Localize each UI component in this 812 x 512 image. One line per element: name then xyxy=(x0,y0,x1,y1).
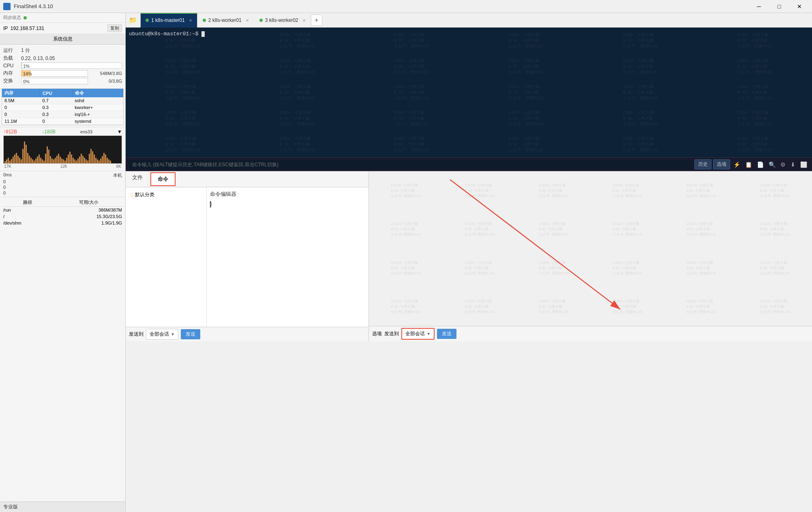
send-button-right[interactable]: 发送 xyxy=(437,329,456,339)
graph-bar xyxy=(99,161,100,163)
net-graph xyxy=(3,135,122,164)
gear-icon[interactable]: ⚙ xyxy=(779,159,787,169)
load-label: 负载 xyxy=(3,55,19,62)
tab-1-close[interactable]: ✕ xyxy=(189,18,192,23)
annotation-arrows xyxy=(369,171,812,326)
minimize-button[interactable]: ─ xyxy=(750,0,768,13)
graph-bar xyxy=(95,158,96,163)
right-panel: 📁 1 k8s-master01 ✕ 2 k8s-worker01 ✕ 3 k8… xyxy=(126,13,812,512)
proc-col-mem[interactable]: 内存 xyxy=(2,89,40,97)
paste-icon[interactable]: 📄 xyxy=(755,159,765,169)
proc-mem: 8.5M xyxy=(2,97,40,104)
history-button[interactable]: 历史 xyxy=(694,159,711,169)
graph-bar xyxy=(8,158,9,163)
editor-cursor: | xyxy=(210,201,212,208)
terminal-area[interactable]: CSDN: 七维大脑B 站: 七维大脑公众号: 肥猫PLUS CSDN: 七维大… xyxy=(126,28,812,157)
cmd-tab[interactable]: 命令 xyxy=(150,172,176,186)
disk-col-avail[interactable]: 可用/大小 xyxy=(54,199,124,207)
tab-3[interactable]: 3 k8s-worker02 ✕ xyxy=(254,13,311,28)
graph-bar xyxy=(42,159,43,163)
graph-bar xyxy=(29,156,30,163)
latency-row-1: 0 xyxy=(3,179,122,184)
graph-bar xyxy=(108,159,109,163)
cpu-progress-bar: 1% xyxy=(21,62,122,69)
proc-cpu: 0.3 xyxy=(40,104,73,111)
ip-label: IP xyxy=(3,26,8,31)
net-down: ↓180B xyxy=(42,129,56,135)
graph-bar xyxy=(77,159,79,163)
graph-bar xyxy=(55,158,56,163)
proc-cpu: 0 xyxy=(40,118,73,125)
send-button-left[interactable]: 发送 xyxy=(181,329,200,339)
options-button[interactable]: 选项 xyxy=(713,159,730,169)
titlebar: FinalShell 4.3.10 ─ □ ✕ xyxy=(0,0,812,13)
proc-col-cmd[interactable]: 命令 xyxy=(72,89,123,97)
sync-dot xyxy=(24,16,27,19)
tab-2[interactable]: 2 k8s-worker01 ✕ xyxy=(197,13,254,28)
graph-bar xyxy=(30,158,32,163)
cmd-editor: 命令编辑器 | xyxy=(207,187,369,211)
lightning-icon[interactable]: ⚡ xyxy=(732,159,742,169)
tab-2-dot xyxy=(203,19,206,22)
options-label-right: 选项 xyxy=(372,330,382,337)
mem-row: 内存 14% 548M/3.8G xyxy=(3,70,122,77)
proc-cpu: 0.7 xyxy=(40,97,73,104)
send-to-dropdown-right[interactable]: 全部会话 ▼ xyxy=(401,328,435,340)
cmd-toolbar: 历史 选项 ⚡ 📋 📄 🔍 ⚙ ⬇ ⬜ xyxy=(694,159,809,169)
proc-col-cpu[interactable]: CPU xyxy=(40,89,73,97)
net-interface[interactable]: ens33 xyxy=(80,129,92,134)
maximize-icon[interactable]: ⬜ xyxy=(799,159,809,169)
maximize-button[interactable]: □ xyxy=(770,0,788,13)
proc-mem: 0 xyxy=(2,104,40,111)
ip-value: 192.168.57.131 xyxy=(11,26,44,31)
tab-2-close[interactable]: ✕ xyxy=(246,18,249,23)
download-icon[interactable]: ⬇ xyxy=(789,159,797,169)
swap-percent: 0% xyxy=(23,78,30,85)
copy-button[interactable]: 复制 xyxy=(107,24,122,32)
net-dropdown-icon[interactable]: ▼ xyxy=(117,129,122,135)
graph-bar xyxy=(47,146,48,163)
graph-bar xyxy=(100,159,101,163)
file-tab[interactable]: 文件 xyxy=(126,171,150,187)
graph-level-17k: 17K xyxy=(4,164,11,169)
tab-3-label: 3 k8s-worker02 xyxy=(265,17,298,23)
graph-bar xyxy=(79,156,80,163)
graph-bar xyxy=(103,153,105,163)
close-button[interactable]: ✕ xyxy=(790,0,809,13)
run-time-row: 运行 1 分 xyxy=(3,47,122,54)
graph-bar xyxy=(58,154,59,163)
copy-icon[interactable]: 📋 xyxy=(743,159,754,169)
tab-1[interactable]: 1 k8s-master01 ✕ xyxy=(140,13,197,28)
search-icon[interactable]: 🔍 xyxy=(767,159,777,169)
graph-bar xyxy=(19,158,20,163)
disk-path: /dev/shm xyxy=(2,220,54,226)
terminal-watermarks: CSDN: 七维大脑B 站: 七维大脑公众号: 肥猫PLUS CSDN: 七维大… xyxy=(126,28,812,157)
table-row: 0 0.3 irq/16-+ xyxy=(2,111,123,118)
send-to-arrow-right: ▼ xyxy=(426,332,431,336)
panel-tree: □ 默认分类 xyxy=(126,187,207,327)
folder-icon[interactable]: 📁 xyxy=(127,15,139,26)
sysinfo-body: 运行 1 分 负载 0.22, 0.13, 0.05 CPU 1% 内存 xyxy=(0,45,125,87)
graph-bar xyxy=(4,161,6,163)
graph-bar xyxy=(66,158,67,163)
tab-add-button[interactable]: + xyxy=(311,15,322,26)
send-to-value-right: 全部会话 xyxy=(405,330,425,337)
graph-bar xyxy=(40,158,41,163)
graph-bar xyxy=(89,154,90,163)
proc-cmd: irq/16-+ xyxy=(72,111,123,118)
graph-bar xyxy=(24,141,25,163)
graph-bar xyxy=(21,159,22,163)
graph-bar xyxy=(90,149,92,163)
terminal-prompt: ubuntu@k8s-master01:~$ xyxy=(129,31,199,37)
default-category[interactable]: □ 默认分类 xyxy=(129,191,203,199)
disk-avail: 15.3G/23.5G xyxy=(54,213,124,220)
app-title: FinalShell 4.3.10 xyxy=(14,3,53,9)
send-bar-right: 选项 发送到 全部会话 ▼ 发送 xyxy=(369,326,812,341)
disk-col-path[interactable]: 路径 xyxy=(2,199,54,207)
graph-bar xyxy=(37,156,38,163)
graph-bar xyxy=(110,161,111,163)
send-to-dropdown-left[interactable]: 全部会话 ▼ xyxy=(146,329,178,340)
tab-3-close[interactable]: ✕ xyxy=(302,18,306,23)
cmd-input-field[interactable] xyxy=(129,160,693,169)
proc-cmd: kworker+ xyxy=(72,104,123,111)
